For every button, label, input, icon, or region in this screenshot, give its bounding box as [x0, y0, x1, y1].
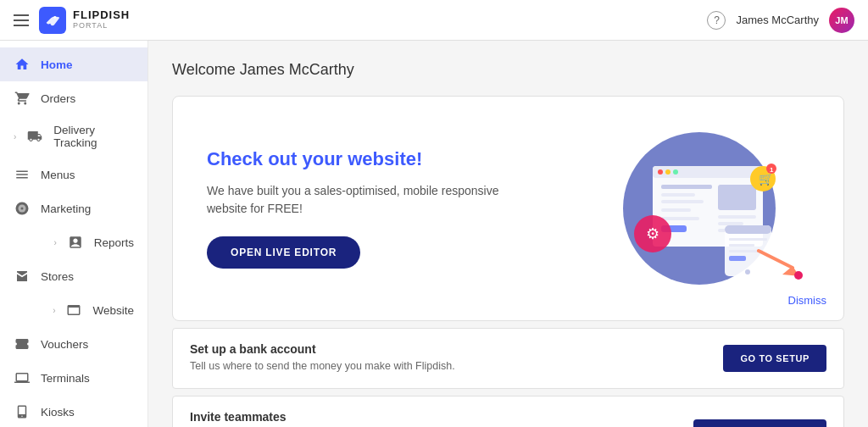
logo-sub: PORTAL	[73, 22, 130, 30]
sidebar: Home Orders › Delivery Tracking Menus	[0, 41, 148, 427]
svg-point-9	[673, 169, 678, 175]
invite-teammates-button[interactable]: INVITE TEAMMATES	[693, 419, 826, 427]
sidebar-label-website: Website	[92, 304, 134, 317]
sidebar-label-home: Home	[41, 58, 73, 71]
svg-text:🛒: 🛒	[759, 172, 774, 186]
delivery-tracking-icon	[26, 128, 43, 145]
svg-rect-13	[661, 208, 691, 212]
logo-name: FLIPDISH	[73, 9, 130, 21]
stores-icon	[14, 268, 31, 285]
marketing-icon	[14, 200, 31, 217]
go-to-setup-button[interactable]: GO TO SETUP	[723, 345, 826, 372]
chevron-left-website: ›	[53, 306, 55, 315]
sidebar-label-terminals: Terminals	[41, 372, 90, 385]
svg-rect-18	[718, 222, 743, 225]
sidebar-item-terminals[interactable]: Terminals	[0, 361, 147, 395]
bank-card-title: Set up a bank account	[190, 342, 455, 356]
sidebar-label-reports: Reports	[94, 236, 134, 249]
page-title: Welcome James McCarthy	[172, 61, 844, 79]
invite-card-text: Invite teammates Give managers and staff…	[190, 410, 580, 428]
hamburger-menu-button[interactable]	[14, 14, 29, 26]
svg-point-3	[21, 208, 24, 210]
sidebar-item-orders[interactable]: Orders	[0, 81, 147, 115]
sidebar-item-reports[interactable]: › Reports	[0, 225, 147, 259]
bank-card-text: Set up a bank account Tell us where to s…	[190, 342, 455, 374]
promo-description: We have built you a sales-optimised, mob…	[207, 182, 529, 218]
invite-card: Invite teammates Give managers and staff…	[172, 396, 844, 428]
logo-area: FLIPDISH PORTAL	[39, 7, 130, 34]
svg-rect-12	[661, 200, 704, 203]
sidebar-item-website[interactable]: › Website	[0, 293, 147, 327]
home-icon	[14, 56, 31, 73]
svg-point-8	[665, 169, 670, 175]
svg-text:⚙: ⚙	[646, 225, 659, 242]
svg-rect-14	[661, 217, 699, 220]
sidebar-item-delivery-tracking[interactable]: › Delivery Tracking	[0, 115, 147, 158]
svg-rect-17	[718, 215, 756, 219]
header-left: FLIPDISH PORTAL	[14, 7, 130, 34]
sidebar-label-delivery: Delivery Tracking	[53, 124, 134, 149]
svg-point-7	[658, 169, 663, 175]
orders-icon	[14, 90, 31, 107]
svg-text:1: 1	[770, 166, 774, 174]
bird-icon	[43, 11, 62, 30]
sidebar-item-vouchers[interactable]: Vouchers	[0, 327, 147, 361]
sidebar-item-stores[interactable]: Stores	[0, 259, 147, 293]
menus-icon	[14, 166, 31, 183]
chevron-left-delivery: ›	[14, 132, 16, 141]
svg-point-26	[745, 269, 750, 274]
sidebar-label-menus: Menus	[41, 169, 75, 181]
svg-point-0	[53, 15, 56, 18]
promo-card: Check out your website! We have built yo…	[172, 96, 844, 321]
sidebar-item-home[interactable]: Home	[0, 47, 147, 81]
sidebar-label-stores: Stores	[41, 270, 74, 283]
invite-card-title: Invite teammates	[190, 410, 580, 424]
header-right: ? James McCarthy JM	[707, 8, 854, 33]
svg-rect-23	[729, 244, 754, 247]
chevron-left-reports: ›	[53, 238, 56, 247]
svg-rect-22	[729, 238, 767, 241]
app-header: FLIPDISH PORTAL ? James McCarthy JM	[0, 0, 868, 41]
kiosks-icon	[14, 403, 31, 420]
bank-card-description: Tell us where to send the money you make…	[190, 359, 455, 374]
sidebar-item-menus[interactable]: Menus	[0, 158, 147, 191]
main-content: Welcome James McCarthy Check out your we…	[148, 41, 868, 427]
svg-rect-25	[729, 256, 746, 261]
website-illustration: 🛒 1 ⚙	[589, 124, 810, 293]
logo-text: FLIPDISH PORTAL	[73, 9, 130, 30]
vouchers-icon	[14, 336, 31, 352]
svg-rect-16	[718, 185, 756, 210]
help-button[interactable]: ?	[707, 11, 726, 30]
layout: Home Orders › Delivery Tracking Menus	[0, 41, 868, 427]
sidebar-item-kiosks[interactable]: Kiosks	[0, 395, 147, 427]
svg-rect-11	[661, 193, 695, 197]
svg-rect-10	[661, 185, 712, 189]
illustration-svg: 🛒 1 ⚙	[589, 124, 810, 293]
sidebar-label-kiosks: Kiosks	[41, 406, 75, 419]
terminals-icon	[14, 369, 31, 386]
reports-icon	[67, 234, 84, 251]
website-icon	[65, 302, 82, 319]
sidebar-label-vouchers: Vouchers	[41, 338, 88, 351]
invite-actions: DISMISS INVITE TEAMMATES	[635, 419, 826, 427]
promo-title: Check out your website!	[207, 148, 529, 170]
sidebar-label-marketing: Marketing	[41, 202, 91, 215]
dismiss-promo-link[interactable]: Dismiss	[788, 294, 827, 307]
svg-rect-21	[725, 225, 771, 234]
svg-point-35	[794, 271, 803, 280]
sidebar-label-orders: Orders	[41, 92, 75, 105]
user-name: James McCarthy	[736, 14, 819, 26]
promo-left: Check out your website! We have built yo…	[207, 148, 529, 269]
avatar[interactable]: JM	[829, 8, 854, 33]
bank-account-card: Set up a bank account Tell us where to s…	[172, 328, 844, 389]
logo-icon	[39, 7, 66, 34]
open-live-editor-button[interactable]: OPEN LIVE EDITOR	[207, 236, 360, 269]
sidebar-item-marketing[interactable]: Marketing	[0, 191, 147, 225]
